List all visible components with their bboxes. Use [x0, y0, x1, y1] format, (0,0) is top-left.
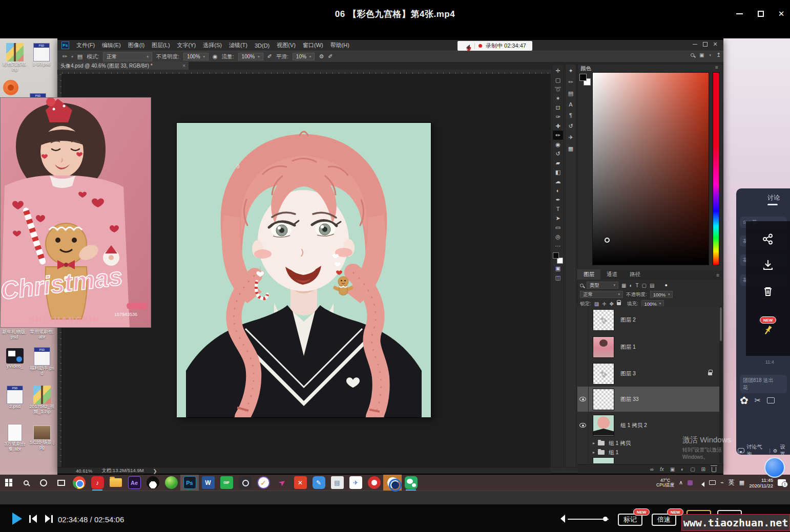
- color-panel-title[interactable]: 颜色: [580, 65, 591, 72]
- layer-row[interactable]: 图层 3: [577, 361, 719, 386]
- visibility-cell[interactable]: [577, 412, 589, 438]
- image-icon[interactable]: [767, 397, 775, 403]
- taskbar-icon-todo[interactable]: ✓: [254, 475, 273, 491]
- taskbar-icon-photoshop[interactable]: Ps: [180, 475, 199, 491]
- menu-window[interactable]: 窗口(W): [303, 41, 323, 49]
- eyedropper-tool[interactable]: ✑: [553, 112, 563, 121]
- brush-preview-icon[interactable]: ✏: [63, 53, 67, 60]
- layer-row-selected[interactable]: 图层 33: [577, 387, 719, 412]
- taskbar-icon-thunder[interactable]: ✈: [346, 475, 365, 491]
- workspace-icon[interactable]: ▣: [699, 52, 704, 58]
- tab-channels[interactable]: 通道: [600, 269, 623, 280]
- taskbar-icon-capture[interactable]: [236, 475, 254, 491]
- menu-file[interactable]: 文件(F): [76, 41, 95, 49]
- minimize-button[interactable]: [731, 7, 748, 20]
- desktop-icon-psd3[interactable]: 福利助手.psd: [29, 347, 55, 376]
- layer-row[interactable]: 图层 2: [577, 306, 719, 333]
- next-button[interactable]: [45, 515, 53, 523]
- link-layers-icon[interactable]: ∞: [650, 466, 654, 472]
- color-foreground-swatch[interactable]: [579, 74, 587, 81]
- scissors-icon[interactable]: ✂: [755, 396, 761, 405]
- taskbar-icon-xmind[interactable]: ✕: [291, 475, 309, 491]
- layers-scrollbar-thumb[interactable]: [720, 307, 722, 341]
- chevron-right-icon[interactable]: ▸: [593, 450, 595, 455]
- layer-thumbnail[interactable]: [593, 389, 614, 410]
- menu-layer[interactable]: 图层(L): [152, 41, 170, 49]
- volume-slider[interactable]: [568, 519, 609, 520]
- toggle-panel-icon[interactable]: ▤: [77, 53, 82, 60]
- lock-all-icon[interactable]: [617, 302, 621, 305]
- lasso-tool[interactable]: ➰: [553, 84, 563, 94]
- clone-source-icon[interactable]: ▤: [568, 90, 573, 97]
- taskbar-icon-wechat[interactable]: [402, 475, 420, 491]
- airbrush-icon[interactable]: ✐: [267, 53, 272, 60]
- taskbar-icon-qq[interactable]: [143, 475, 162, 491]
- screen-mode-icon[interactable]: ◫: [553, 273, 563, 282]
- color-gradient-field[interactable]: [592, 72, 709, 265]
- filter-shape-icon[interactable]: ▢: [642, 283, 647, 288]
- path-select-tool[interactable]: ➤: [553, 214, 563, 223]
- tab-layers[interactable]: 图层: [577, 269, 600, 280]
- taskbar-icon-security[interactable]: [365, 475, 383, 491]
- bubble-toggle-label[interactable]: 讨论气泡: [747, 443, 767, 458]
- menu-select[interactable]: 选择(S): [203, 41, 222, 49]
- start-button[interactable]: [0, 475, 17, 491]
- lock-pixels-icon[interactable]: ✛: [602, 301, 606, 307]
- taskbar-icon-notes[interactable]: ✎: [309, 475, 328, 491]
- desktop-icon-orange-app[interactable]: [3, 80, 18, 95]
- play-button[interactable]: [12, 513, 22, 525]
- gear-icon[interactable]: ⚙: [319, 53, 324, 60]
- visibility-cell[interactable]: [577, 306, 589, 333]
- opacity-select[interactable]: 100%▾: [183, 53, 209, 60]
- menu-type[interactable]: 文字(Y): [177, 41, 196, 49]
- filter-smart-icon[interactable]: ▤: [650, 283, 654, 288]
- eraser-tool[interactable]: ▰: [553, 158, 563, 167]
- reference-photo-window[interactable]: Christmas SHIGUANGXIU 157943536: [0, 97, 151, 328]
- desktop-icon-zip2[interactable]: 2017042_视频_1.zip: [29, 386, 55, 414]
- gear-icon[interactable]: ⚙: [773, 448, 778, 454]
- filter-type-select[interactable]: 类型▾: [587, 282, 618, 289]
- desktop-icon-psd1[interactable]: 1-10.psd: [29, 43, 54, 67]
- smudge-tool[interactable]: ☁: [553, 177, 563, 186]
- visibility-cell[interactable]: [577, 457, 589, 463]
- document-tab[interactable]: 头像4.psd @ 40.6% (图层 33, RGB/8#) * ×: [57, 62, 189, 70]
- layer-mask-icon[interactable]: ▣: [670, 466, 675, 472]
- visibility-cell[interactable]: [577, 334, 589, 360]
- avatar[interactable]: [764, 457, 785, 478]
- ps-close-button[interactable]: ✕: [710, 41, 720, 48]
- clock[interactable]: 11:452020/11/22: [749, 477, 773, 488]
- network-icon[interactable]: ⌁: [720, 479, 724, 486]
- crop-tool[interactable]: ⊡: [553, 103, 563, 112]
- swatches-panel-icon[interactable]: ▦: [568, 145, 573, 152]
- flower-icon[interactable]: ✿: [740, 394, 749, 407]
- taskbar-icon-gif-app[interactable]: GIF: [217, 475, 236, 491]
- taskbar-icon-pointer-app[interactable]: ➤: [273, 475, 291, 491]
- layer-thumbnail[interactable]: [593, 457, 614, 463]
- tab-close-icon[interactable]: ×: [182, 63, 185, 69]
- touch-keyboard-icon[interactable]: ▦: [739, 479, 744, 486]
- desktop-icon-zip[interactable]: 彩色九宫格.zip: [2, 43, 28, 72]
- brush-settings-icon[interactable]: ✦: [568, 68, 573, 74]
- dodge-tool[interactable]: ◐: [553, 186, 563, 195]
- chevron-right-icon[interactable]: ▸: [593, 441, 595, 445]
- marquee-tool[interactable]: ▢: [553, 75, 563, 84]
- layer-thumbnail[interactable]: [593, 336, 614, 358]
- pin-icon[interactable]: [761, 324, 775, 337]
- lock-transparent-icon[interactable]: ▨: [594, 301, 599, 307]
- tray-app-icon[interactable]: [688, 480, 693, 485]
- menu-help[interactable]: 帮助(H): [330, 41, 349, 49]
- ime-indicator[interactable]: 英: [729, 478, 735, 487]
- pressure-size-icon[interactable]: ✐: [328, 53, 332, 60]
- visibility-cell[interactable]: [577, 361, 589, 386]
- taskbar-icon-word[interactable]: W: [199, 475, 217, 491]
- history-brush-tool[interactable]: ↺: [553, 149, 563, 158]
- taskbar-icon-360[interactable]: [162, 475, 180, 491]
- menu-filter[interactable]: 滤镜(T): [229, 41, 247, 49]
- filter-adjust-icon[interactable]: ◐: [629, 283, 632, 288]
- new-layer-icon[interactable]: ⊞: [701, 466, 705, 472]
- gradient-tool[interactable]: ◧: [553, 167, 563, 177]
- ps-maximize-button[interactable]: [700, 41, 710, 48]
- close-button[interactable]: ✕: [773, 7, 790, 20]
- healing-brush-tool[interactable]: ✚: [553, 121, 563, 131]
- layer-row[interactable]: 组 1 拷贝 2: [577, 412, 719, 438]
